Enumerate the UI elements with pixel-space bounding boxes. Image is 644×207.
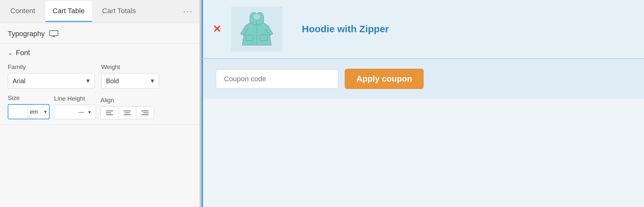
line-height-arrow-icon: ▼ — [85, 110, 94, 115]
size-input-wrapper: em px rem ▼ — [8, 104, 50, 119]
coupon-code-input[interactable] — [216, 69, 338, 89]
tab-cart-totals[interactable]: Cart Totals — [95, 1, 143, 22]
left-panel: Content Cart Table Cart Totals ··· Typog… — [0, 0, 200, 207]
right-panel: ✕ — [202, 0, 644, 207]
size-label: Size — [8, 94, 50, 102]
line-height-dash-icon: — — [77, 109, 85, 115]
typography-section: Typography — [0, 23, 199, 44]
family-select[interactable]: Arial — [8, 73, 95, 89]
size-unit-arrow-icon: ▼ — [42, 109, 49, 114]
align-group: Align — [101, 97, 154, 119]
tab-cart-table[interactable]: Cart Table — [45, 1, 92, 22]
align-center-button[interactable] — [119, 107, 136, 119]
line-height-input[interactable] — [54, 105, 77, 119]
chevron-down-icon: ⌄ — [8, 49, 13, 56]
family-label: Family — [8, 64, 95, 71]
size-group: Size em px rem ▼ — [8, 94, 50, 119]
monitor-icon[interactable] — [49, 30, 59, 37]
tabs-bar: Content Cart Table Cart Totals ··· — [0, 0, 199, 23]
product-name: Hoodie with Zipper — [302, 24, 634, 34]
font-family-weight-row: Family Arial ▼ Weight Bold ▼ — [8, 64, 192, 89]
weight-label: Weight — [101, 64, 159, 71]
size-unit-select[interactable]: em px rem — [28, 105, 42, 118]
cart-preview: ✕ — [202, 0, 644, 207]
weight-group: Weight Bold ▼ — [101, 64, 159, 89]
weight-select-wrapper: Bold ▼ — [101, 73, 159, 89]
coupon-row: Apply coupon — [202, 59, 644, 99]
svg-point-15 — [253, 14, 261, 20]
svg-rect-0 — [50, 31, 58, 36]
align-label: Align — [101, 97, 154, 104]
line-height-group: Line Height — ▼ — [54, 95, 96, 119]
font-section-label: Font — [16, 49, 30, 57]
align-right-button[interactable] — [136, 107, 154, 119]
font-section: ⌄ Font Family Arial ▼ Weight Bold — [0, 44, 199, 125]
line-height-input-wrapper: — ▼ — [54, 105, 96, 119]
apply-coupon-button[interactable]: Apply coupon — [345, 69, 424, 89]
weight-select[interactable]: Bold — [101, 73, 159, 89]
size-input[interactable] — [8, 105, 28, 119]
product-image — [231, 6, 283, 52]
cart-item-row: ✕ — [202, 0, 644, 59]
remove-item-icon[interactable]: ✕ — [213, 23, 221, 35]
cart-bottom-area — [202, 99, 644, 207]
tab-more-button[interactable]: ··· — [180, 3, 196, 20]
line-height-label: Line Height — [54, 95, 96, 102]
family-select-wrapper: Arial ▼ — [8, 73, 95, 89]
hoodie-illustration — [239, 10, 274, 48]
tab-content[interactable]: Content — [3, 1, 42, 22]
align-left-button[interactable] — [101, 107, 119, 119]
align-buttons — [101, 106, 154, 119]
typography-label: Typography — [8, 30, 45, 38]
family-group: Family Arial ▼ — [8, 64, 95, 89]
font-header[interactable]: ⌄ Font — [8, 49, 192, 57]
size-lineheight-align-row: Size em px rem ▼ Line Height — ▼ — [8, 94, 192, 119]
